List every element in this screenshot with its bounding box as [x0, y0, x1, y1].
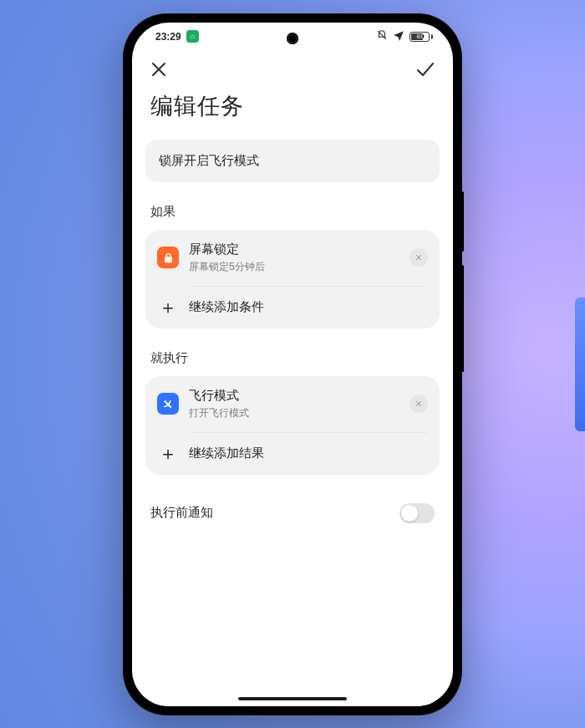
airplane-icon [157, 393, 179, 415]
power-button [461, 265, 464, 372]
volume-button [461, 191, 464, 252]
remove-result-button[interactable] [410, 395, 428, 413]
condition-title: 屏幕锁定 [189, 242, 399, 257]
remove-condition-button[interactable] [410, 248, 428, 267]
add-condition-button[interactable]: ＋ 继续添加条件 [145, 287, 440, 328]
conditions-card: 屏幕锁定 屏幕锁定5分钟后 ＋ 继续添加条件 [145, 230, 440, 328]
lock-icon [157, 247, 179, 268]
side-app-hint [575, 298, 585, 431]
add-result-button[interactable]: ＋ 继续添加结果 [145, 433, 440, 475]
top-bar [132, 51, 453, 84]
screen: 23:29 ⌂ 69 [132, 23, 453, 706]
close-button[interactable] [149, 59, 169, 79]
result-title: 飞行模式 [189, 388, 399, 404]
airplane-status-icon [393, 29, 404, 43]
add-condition-label: 继续添加条件 [189, 299, 428, 315]
battery-indicator: 69 [410, 32, 433, 42]
condition-row[interactable]: 屏幕锁定 屏幕锁定5分钟后 [145, 230, 440, 286]
phone-frame: 23:29 ⌂ 69 [124, 14, 461, 715]
result-row[interactable]: 飞行模式 打开飞行模式 [145, 376, 440, 432]
plus-icon: ＋ [157, 445, 179, 463]
home-indicator[interactable] [238, 697, 347, 700]
mi-home-badge-icon: ⌂ [186, 30, 199, 43]
notify-before-run-row: 执行前通知 [145, 475, 440, 523]
task-name-input[interactable]: 锁屏开启飞行模式 [145, 140, 440, 182]
notify-toggle[interactable] [399, 503, 435, 523]
condition-subtitle: 屏幕锁定5分钟后 [189, 260, 399, 274]
section-label-if: 如果 [145, 182, 440, 230]
confirm-button[interactable] [415, 59, 436, 79]
results-card: 飞行模式 打开飞行模式 ＋ 继续添加结果 [145, 376, 440, 475]
notify-label: 执行前通知 [150, 505, 213, 521]
add-result-label: 继续添加结果 [189, 445, 428, 461]
status-time: 23:29 [155, 31, 181, 43]
toggle-knob [401, 505, 418, 522]
section-label-then: 就执行 [145, 328, 440, 376]
front-camera [287, 33, 298, 44]
mute-icon [376, 29, 388, 43]
battery-percent: 69 [411, 33, 430, 40]
result-subtitle: 打开飞行模式 [189, 406, 399, 420]
plus-icon: ＋ [157, 298, 179, 317]
content-area: 锁屏开启飞行模式 如果 屏幕锁定 屏幕锁定5分钟后 [132, 140, 453, 706]
page-title: 编辑任务 [132, 84, 453, 140]
task-name-text: 锁屏开启飞行模式 [159, 153, 259, 167]
